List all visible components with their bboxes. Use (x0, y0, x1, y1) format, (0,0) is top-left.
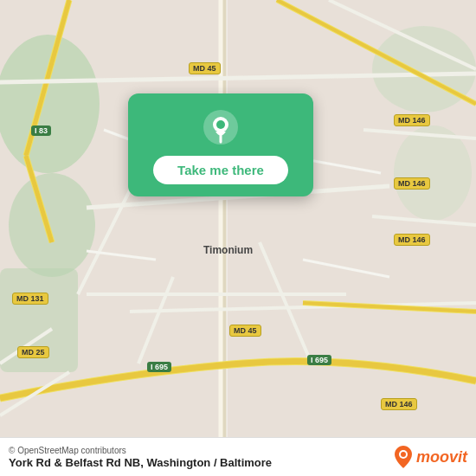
popup-card: Take me there (128, 93, 313, 196)
svg-line-28 (303, 260, 389, 277)
road-badge-md131: MD 131 (12, 293, 48, 305)
svg-point-3 (372, 26, 476, 113)
map-container: I 83 MD 45 MD 146 MD 146 MD 146 MD 131 M… (0, 0, 476, 476)
timonium-label: Timonium (203, 244, 253, 256)
location-pin-icon (203, 109, 239, 145)
road-badge-md146-top-right: MD 146 (394, 114, 430, 126)
location-name: York Rd & Belfast Rd NB, Washington / Ba… (9, 456, 272, 469)
bottom-bar: © OpenStreetMap contributors York Rd & B… (0, 437, 476, 476)
moovit-logo: moovit (394, 445, 467, 469)
svg-point-34 (216, 120, 225, 129)
svg-line-25 (138, 277, 173, 363)
svg-point-4 (394, 125, 472, 221)
road-badge-i695-right: I 695 (307, 355, 331, 365)
take-me-there-button[interactable]: Take me there (153, 156, 288, 184)
svg-point-0 (0, 35, 100, 173)
road-badge-md25: MD 25 (17, 346, 49, 358)
osm-attribution: © OpenStreetMap contributors (9, 446, 272, 455)
road-badge-md146-far-right: MD 146 (381, 398, 417, 410)
road-badge-md146-mid-right: MD 146 (394, 177, 430, 190)
road-badge-md45-bot: MD 45 (229, 325, 261, 337)
svg-point-36 (401, 452, 406, 457)
bottom-left: © OpenStreetMap contributors York Rd & B… (9, 446, 272, 469)
moovit-text: moovit (416, 448, 467, 466)
svg-point-1 (9, 173, 95, 277)
road-badge-md146-bot-right: MD 146 (394, 234, 430, 246)
road-badge-i695-left: I 695 (147, 362, 171, 372)
road-badge-md45-top: MD 45 (189, 62, 221, 74)
road-badge-i83: I 83 (31, 125, 51, 136)
moovit-pin-icon (394, 445, 413, 469)
